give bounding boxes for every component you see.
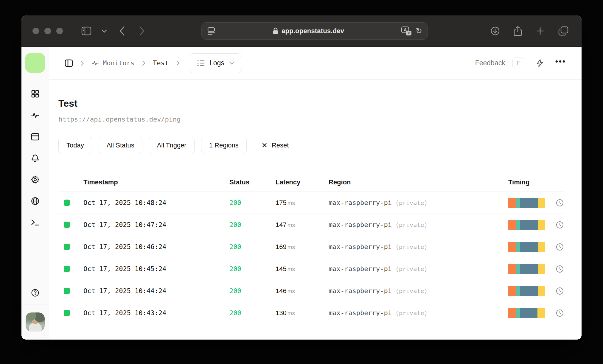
timing-segment xyxy=(520,220,538,230)
timing-bar xyxy=(508,286,545,296)
page-content: Test https://api.openstatus.dev/ping Tod… xyxy=(49,80,582,324)
timing-segment xyxy=(520,264,538,274)
column-header-region[interactable]: Region xyxy=(329,178,500,186)
row-latency: 146ms xyxy=(276,287,329,295)
timing-segment xyxy=(516,308,520,318)
sidebar-item-cli[interactable] xyxy=(31,218,39,227)
breadcrumb: Monitors Test xyxy=(65,53,242,73)
status-ok-square xyxy=(64,222,70,228)
sidebar-item-settings[interactable] xyxy=(31,175,39,184)
reader-icon[interactable] xyxy=(207,27,215,35)
clock-icon[interactable] xyxy=(556,287,564,295)
sidebar-item-status-pages[interactable] xyxy=(31,133,39,141)
row-status-code: 200 xyxy=(229,199,276,206)
browser-sidebar-toggle-icon[interactable] xyxy=(81,27,91,35)
filter-period-button[interactable]: Today xyxy=(58,137,92,154)
timing-bar xyxy=(508,264,545,274)
table-row[interactable]: Oct 17, 2025 10:46:24 200 169ms max-rasp… xyxy=(58,236,564,258)
clock-icon[interactable] xyxy=(556,199,564,207)
table-row[interactable]: Oct 17, 2025 10:47:24 200 147ms max-rasp… xyxy=(58,214,564,236)
minimize-button[interactable] xyxy=(44,28,51,34)
timing-segment xyxy=(508,264,516,274)
breadcrumb-monitors[interactable]: Monitors xyxy=(91,59,134,67)
more-menu-icon[interactable]: ••• xyxy=(555,61,566,65)
zoom-button[interactable] xyxy=(56,28,63,34)
table-row[interactable]: Oct 17, 2025 10:48:24 200 175ms max-rasp… xyxy=(58,192,564,214)
table-row[interactable]: Oct 17, 2025 10:43:24 200 130ms max-rasp… xyxy=(58,302,564,324)
feedback-shortcut-badge: F xyxy=(512,57,524,69)
row-region: max-raspberry-pi(private) xyxy=(329,199,500,206)
row-latency: 147ms xyxy=(276,221,329,229)
timing-segment xyxy=(516,264,520,274)
column-header-status[interactable]: Status xyxy=(229,178,276,186)
breadcrumb-current[interactable]: Test xyxy=(153,59,169,67)
reset-filters-button[interactable]: ✕ Reset xyxy=(262,141,289,150)
column-header-timestamp[interactable]: Timestamp xyxy=(83,178,229,186)
sidebar-item-dashboard[interactable] xyxy=(31,90,39,98)
reload-icon[interactable]: ↻ xyxy=(416,27,422,35)
close-button[interactable] xyxy=(32,28,39,34)
table-row[interactable]: Oct 17, 2025 10:45:24 200 145ms max-rasp… xyxy=(58,258,564,280)
row-region: max-raspberry-pi(private) xyxy=(329,221,500,228)
status-ok-square xyxy=(64,266,70,272)
status-ok-square xyxy=(64,200,70,206)
clock-icon[interactable] xyxy=(556,265,564,273)
clock-icon[interactable] xyxy=(556,243,564,251)
filter-trigger-button[interactable]: All Trigger xyxy=(149,137,195,154)
timing-segment xyxy=(520,308,537,318)
view-selector-logs[interactable]: Logs xyxy=(189,53,242,73)
sidebar-item-monitors[interactable] xyxy=(31,111,39,119)
address-bar[interactable]: app.openstatus.dev A x ↻ xyxy=(201,22,428,40)
row-region: max-raspberry-pi(private) xyxy=(329,265,500,273)
table-body: Oct 17, 2025 10:48:24 200 175ms max-rasp… xyxy=(58,192,564,324)
timing-segment xyxy=(508,198,516,208)
clock-icon[interactable] xyxy=(556,221,564,229)
row-timestamp: Oct 17, 2025 10:47:24 xyxy=(83,221,229,228)
column-header-latency[interactable]: Latency xyxy=(276,178,329,186)
row-timing xyxy=(500,198,564,208)
sidebar-item-globe[interactable] xyxy=(31,197,39,205)
sidebar-item-notifications[interactable] xyxy=(31,154,39,162)
activity-icon xyxy=(91,60,99,66)
sidebar-chevron-down-icon[interactable] xyxy=(101,29,107,33)
help-icon[interactable] xyxy=(31,289,39,297)
timing-segment xyxy=(520,198,538,208)
timing-segment xyxy=(538,198,545,208)
column-header-timing[interactable]: Timing xyxy=(500,178,564,186)
timing-segment xyxy=(520,286,538,296)
logs-table: Timestamp Status Latency Region Timing O… xyxy=(58,173,564,324)
row-timing xyxy=(500,220,564,230)
row-latency: 145ms xyxy=(276,265,329,273)
user-avatar[interactable] xyxy=(26,312,45,332)
timing-segment xyxy=(538,242,545,252)
lock-icon xyxy=(273,27,279,35)
share-icon[interactable] xyxy=(514,26,522,36)
feedback-button[interactable]: Feedback xyxy=(475,59,505,67)
clock-icon[interactable] xyxy=(556,309,564,317)
titlebar-divider xyxy=(97,26,97,36)
downloads-icon[interactable] xyxy=(490,26,500,36)
workspace-logo[interactable] xyxy=(25,53,45,73)
timing-bar xyxy=(508,308,545,318)
row-timestamp: Oct 17, 2025 10:43:24 xyxy=(83,309,229,317)
timing-segment xyxy=(516,286,520,296)
list-icon xyxy=(196,60,205,67)
table-header-row: Timestamp Status Latency Region Timing xyxy=(58,173,564,192)
back-button[interactable] xyxy=(119,26,125,36)
app-sidebar-toggle-icon[interactable] xyxy=(65,59,73,67)
row-region: max-raspberry-pi(private) xyxy=(329,309,500,317)
new-tab-icon[interactable] xyxy=(536,27,545,35)
row-timestamp: Oct 17, 2025 10:48:24 xyxy=(83,199,229,206)
table-row[interactable]: Oct 17, 2025 10:44:24 200 146ms max-rasp… xyxy=(58,280,564,302)
filter-status-button[interactable]: All Status xyxy=(99,137,142,154)
translate-icon[interactable]: A x xyxy=(401,27,411,35)
close-icon: ✕ xyxy=(262,141,268,150)
row-status-code: 200 xyxy=(229,309,276,317)
command-zap-icon[interactable] xyxy=(536,59,544,68)
filter-regions-button[interactable]: 1 Regions xyxy=(201,137,247,154)
chevron-right-icon xyxy=(142,60,146,66)
row-timestamp: Oct 17, 2025 10:44:24 xyxy=(83,287,229,295)
row-status-code: 200 xyxy=(229,243,276,251)
tab-overview-icon[interactable] xyxy=(558,26,568,36)
forward-button[interactable] xyxy=(139,26,145,36)
